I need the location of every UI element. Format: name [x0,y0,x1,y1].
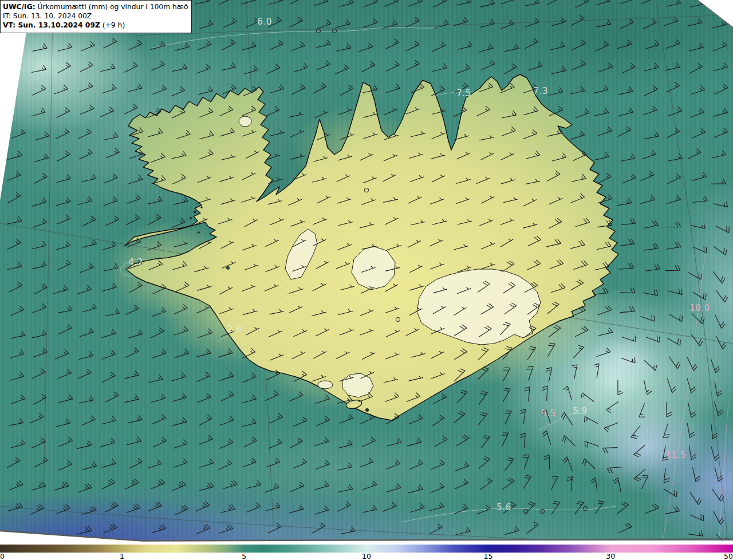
product-id: UWC/IG: [3,3,36,11]
title-box: UWC/IG: Úrkomumætti (mm) og vindur i 100… [0,0,192,33]
title-line-1: UWC/IG: Úrkomumætti (mm) og vindur i 100… [3,2,188,11]
colorbar-tick-15: 15 [484,552,493,560]
colorbar-gradient [0,545,733,553]
projection-region: 6.07.57.34.22.61.75.99.55.610.011.5 [0,0,733,544]
colorbar-tick-5: 5 [242,552,246,560]
calm-circle [333,29,337,33]
product-desc: Úrkomumætti (mm) og vindur i 100m hæð [36,3,188,11]
weather-map-page: 6.07.57.34.22.61.75.99.55.610.011.5 UWC/… [0,0,733,560]
init-time: IT: Sun. 13. 10. 2024 00Z [3,11,188,21]
calm-circle [541,510,545,514]
colorbar-tick-10: 10 [362,552,371,560]
colorbar-tick-0: 0 [0,552,5,560]
colorbar-tick-30: 30 [606,552,615,560]
title-line-3: VT: Sun. 13.10.2024 09Z (+9 h) [3,21,188,30]
valid-time: VT: Sun. 13.10.2024 09Z [3,21,100,29]
colorbar-tick-labels: 01510153050 [0,553,733,560]
colorbar: 01510153050 [0,544,733,560]
lead-time: (+9 h) [100,21,125,29]
calm-circle [524,510,528,514]
colorbar-tick-50: 50 [724,552,733,560]
map-canvas: 6.07.57.34.22.61.75.99.55.610.011.5 UWC/… [0,0,733,544]
calm-circle [584,507,588,511]
map-overlay-svg [0,0,733,544]
colorbar-tick-1: 1 [120,552,124,560]
